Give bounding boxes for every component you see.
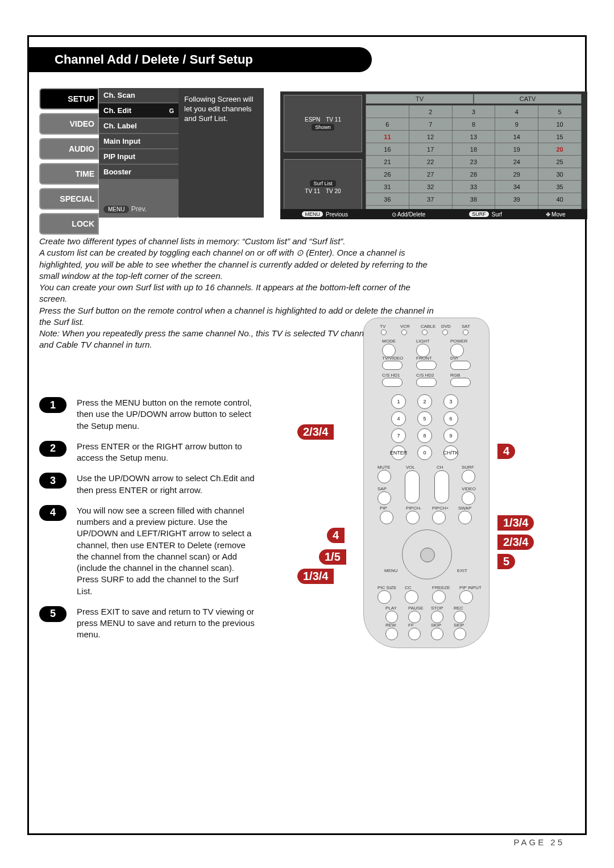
page-number: PAGE 25 [514, 837, 565, 847]
tab-audio: AUDIO [39, 138, 99, 160]
prev-label: MENU Prev. [103, 205, 147, 213]
tab-video: VIDEO [39, 113, 99, 135]
channel-cell: 11 [366, 131, 409, 143]
step-text: Press EXIT to save and return to TV view… [77, 606, 255, 641]
tab-setup: SETUP [39, 88, 99, 110]
steps: 1Press the MENU button on the remote con… [39, 397, 255, 650]
subitem-chlabel: Ch. Label [99, 119, 179, 133]
channel-cell: 21 [366, 156, 409, 168]
callout-dpad-left: 4 [327, 528, 345, 543]
page-title: Channel Add / Delete / Surf Setup [27, 47, 372, 72]
channel-cell: 20 [538, 143, 582, 156]
channel-cell: 5 [538, 106, 582, 118]
channel-cell: 13 [452, 131, 495, 143]
numpad-3: 3 [443, 394, 458, 409]
channel-cell: 40 [538, 193, 582, 206]
channel-cell: 38 [452, 193, 495, 206]
subitem-booster: Booster [99, 165, 179, 179]
numpad-2: 2 [417, 394, 432, 409]
step-num: 5 [39, 606, 67, 622]
numpad-9: 9 [443, 428, 458, 443]
channel-cell: 25 [538, 156, 582, 168]
channel-cell: 8 [452, 118, 495, 131]
channel-cell: 16 [366, 143, 409, 156]
subitem-chscan: Ch. Scan [99, 88, 179, 102]
numpad-1: 1 [391, 394, 406, 409]
grid-footer: MENUPrevious ⊙ Add/Delete SURFSurf ✥ Mov… [280, 209, 587, 219]
channel-cell: 34 [495, 181, 538, 193]
grid-headers: TVCATV [366, 94, 582, 104]
ch-rocker [434, 470, 449, 503]
channel-cell: 9 [495, 118, 538, 131]
step-num: 4 [39, 505, 67, 521]
numpad-6: 6 [443, 411, 458, 426]
numpad-8: 8 [417, 428, 432, 443]
callout-enter: 2/3/4 [297, 424, 334, 440]
numpad-0: 0 [417, 445, 432, 460]
channel-cell: 22 [409, 156, 452, 168]
step-num: 1 [39, 397, 67, 413]
channel-cell: 36 [366, 193, 409, 206]
callout-exit: 5 [497, 554, 515, 569]
step-text: You will now see a screen filled with ch… [77, 505, 255, 597]
numpad-7: 7 [391, 428, 406, 443]
channel-cell: 28 [452, 168, 495, 181]
channel-cell: 27 [409, 168, 452, 181]
callout-menu: 1/5 [319, 549, 346, 565]
channel-cell: 24 [495, 156, 538, 168]
remote-control: TVVCRCABLEDVDSATMODELIGHTPOWERTV/VIDEOFR… [363, 318, 489, 648]
vol-rocker [405, 470, 420, 503]
channel-cell: 10 [538, 118, 582, 131]
callout-up: 1/3/4 [497, 515, 534, 531]
step-num: 2 [39, 441, 67, 457]
submenu: Ch. Scan Ch. EditG Ch. Label Main Input … [99, 88, 179, 218]
channel-cell: 30 [538, 168, 582, 181]
step-num: 3 [39, 473, 67, 489]
tab-special: SPECIAL [39, 188, 99, 210]
channel-cell [366, 106, 409, 118]
numpad-5: 5 [417, 411, 432, 426]
subitem-pipinput: PIP Input [99, 149, 179, 164]
channel-grid-screen: ESPNTV 11 Shown Surf List TV 11TV 20 TVC… [280, 91, 587, 219]
step-text: Press the MENU button on the remote cont… [77, 397, 255, 432]
channel-cell: 17 [409, 143, 452, 156]
channel-cell: 18 [452, 143, 495, 156]
dpad-center [420, 548, 435, 562]
channel-cell: 14 [495, 131, 538, 143]
channel-cell: 6 [366, 118, 409, 131]
help-box: Following Screen will let you edit chann… [179, 88, 264, 218]
step-text: Use the UP/DOWN arrow to select Ch.Edit … [77, 473, 255, 496]
numpad-ENTER: ENTER [391, 445, 406, 460]
dpad [402, 529, 452, 579]
channel-cell: 4 [495, 106, 538, 118]
tab-lock: LOCK [39, 213, 99, 235]
surf-list-window: Surf List TV 11TV 20 [284, 159, 362, 216]
subitem-chedit: Ch. EditG [99, 103, 179, 118]
channel-cell: 33 [452, 181, 495, 193]
callout-surf: 4 [497, 444, 515, 459]
tab-time: TIME [39, 163, 99, 185]
channel-cell: 29 [495, 168, 538, 181]
callout-play: 1/3/4 [297, 569, 334, 584]
numpad-4: 4 [391, 411, 406, 426]
channel-cell: 26 [366, 168, 409, 181]
channel-cell: 23 [452, 156, 495, 168]
channel-cell: 39 [495, 193, 538, 206]
channel-cell: 3 [452, 106, 495, 118]
preview-window: ESPNTV 11 Shown [284, 95, 362, 152]
channel-cell: 31 [366, 181, 409, 193]
channel-cell: 37 [409, 193, 452, 206]
channel-cell: 19 [495, 143, 538, 156]
channel-cell: 12 [409, 131, 452, 143]
channel-cell: 35 [538, 181, 582, 193]
numpad-CH/TK: CH/TK [443, 445, 458, 460]
subitem-maininput: Main Input [99, 134, 179, 148]
channel-cell: 2 [409, 106, 452, 118]
channel-cell: 32 [409, 181, 452, 193]
callout-right: 2/3/4 [497, 535, 534, 550]
channel-cell: 7 [409, 118, 452, 131]
channel-grid: 2345678910111213141516171819202122232425… [366, 105, 582, 218]
step-text: Press ENTER or the RIGHT arrow button to… [77, 441, 255, 464]
channel-cell: 15 [538, 131, 582, 143]
